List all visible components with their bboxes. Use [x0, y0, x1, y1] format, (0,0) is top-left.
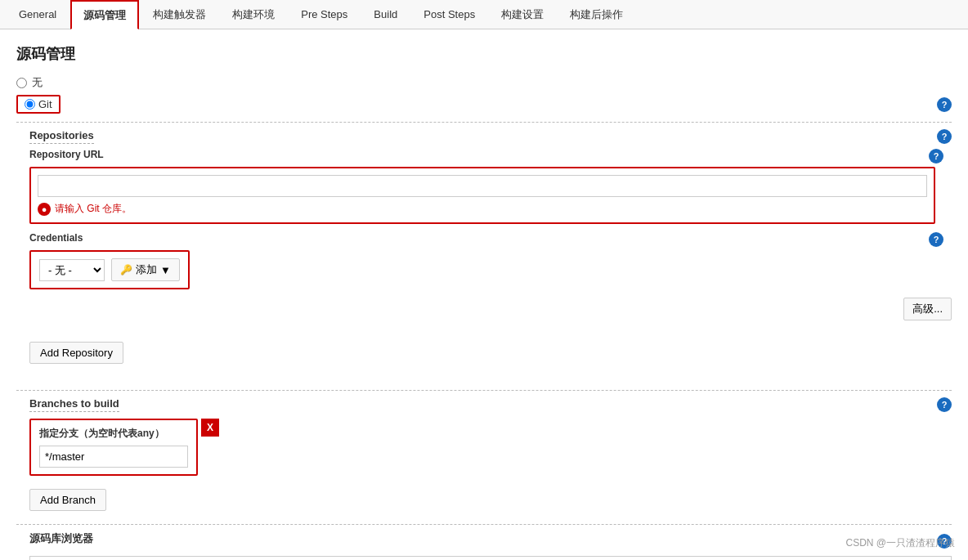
branch-item-wrapper: 指定分支（为空时代表any） X [29, 419, 198, 482]
radio-none[interactable] [16, 78, 27, 88]
branches-help-icon[interactable]: ? [937, 397, 952, 412]
radio-none-label[interactable]: 无 [32, 75, 43, 90]
tab-trigger[interactable]: 构建触发器 [141, 0, 218, 29]
tab-bar: General 源码管理 构建触发器 构建环境 Pre Steps Build … [0, 0, 968, 29]
add-branch-button[interactable]: Add Branch [29, 489, 106, 511]
tab-postbuild[interactable]: 构建后操作 [558, 0, 635, 29]
branch-item: 指定分支（为空时代表any） [29, 419, 198, 476]
repo-url-box: ● 请输入 Git 仓库。 [29, 167, 935, 224]
tab-env[interactable]: 构建环境 [220, 0, 287, 29]
error-icon: ● [38, 203, 51, 216]
repo-url-help-icon[interactable]: ? [929, 149, 943, 164]
radio-git-row: Git ? [16, 95, 952, 114]
tab-settings[interactable]: 构建设置 [489, 0, 556, 29]
main-content: 源码管理 无 Git ? Repositories ? Repository U… [0, 29, 968, 560]
credentials-select[interactable]: - 无 - [39, 259, 105, 281]
add-repository-button[interactable]: Add Repository [29, 342, 123, 364]
branches-section: Branches to build ? 指定分支（为空时代表any） X Add… [16, 390, 952, 524]
radio-none-row: 无 [16, 75, 952, 90]
repositories-section: Repositories ? Repository URL ? ● 请输入 Gi… [16, 122, 952, 329]
scm-browser-label: 源码库浏览器 [29, 531, 93, 546]
repo-url-label: Repository URL [29, 149, 104, 160]
credentials-label: Credentials [29, 232, 83, 244]
git-selected-box: Git [16, 95, 60, 114]
tab-source[interactable]: 源码管理 [70, 0, 139, 29]
tab-poststeps[interactable]: Post Steps [411, 0, 487, 29]
key-icon: 🔑 [120, 264, 132, 276]
csdn-watermark: CSDN @一只渣渣程序猿 [845, 536, 955, 550]
repositories-label: Repositories [29, 129, 94, 144]
branches-header: Branches to build ? [29, 397, 952, 412]
page-title: 源码管理 [16, 44, 952, 64]
add-credentials-button[interactable]: 🔑 添加 ▼ [111, 258, 180, 281]
tab-general[interactable]: General [7, 0, 69, 29]
source-type-group: 无 Git ? [16, 75, 952, 114]
branches-label: Branches to build [29, 397, 119, 412]
git-help-icon[interactable]: ? [937, 97, 952, 112]
delete-branch-button[interactable]: X [201, 419, 219, 437]
scm-browser-select[interactable]: （自动） [29, 556, 952, 560]
branch-input[interactable] [39, 446, 188, 468]
advanced-button[interactable]: 高级... [903, 298, 952, 320]
tab-presteps[interactable]: Pre Steps [289, 0, 360, 29]
repo-url-input[interactable] [38, 175, 927, 197]
radio-git[interactable] [25, 99, 35, 110]
radio-git-label[interactable]: Git [38, 98, 52, 110]
scm-browser-section: 源码库浏览器 ? （自动） [16, 524, 952, 560]
branch-specifier-label: 指定分支（为空时代表any） [39, 427, 188, 441]
repo-url-error: ● 请输入 Git 仓库。 [38, 202, 927, 216]
tab-build[interactable]: Build [361, 0, 410, 29]
repositories-help-icon[interactable]: ? [937, 129, 952, 144]
dropdown-arrow-icon: ▼ [160, 264, 171, 276]
add-repository-section: Add Repository [16, 335, 952, 377]
repos-header-row: Repositories ? [29, 129, 952, 144]
advanced-row: 高级... [29, 298, 952, 329]
credentials-box: - 无 - 🔑 添加 ▼ [29, 250, 190, 289]
credentials-help-icon[interactable]: ? [929, 232, 943, 247]
